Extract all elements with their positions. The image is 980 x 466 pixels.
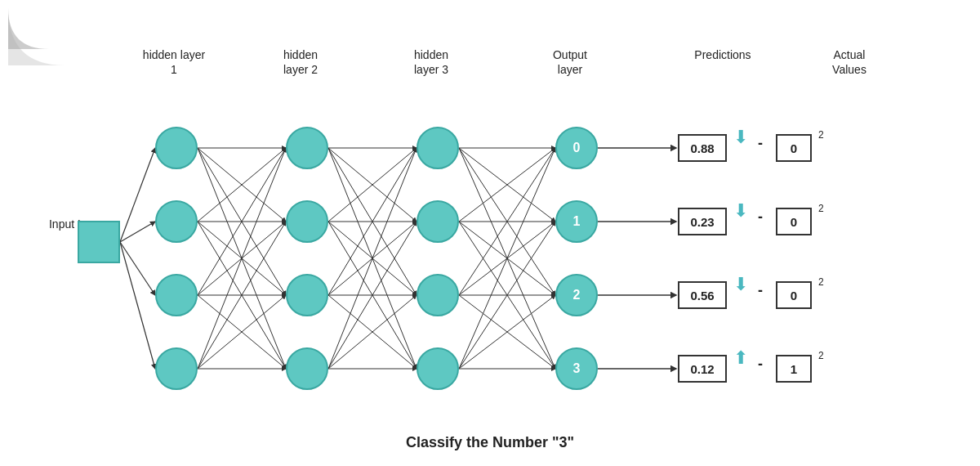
h3-node-3 xyxy=(416,347,459,390)
out-node-3: 3 xyxy=(555,347,598,390)
pred-box-1: 0.23 xyxy=(678,208,727,235)
h2-node-0 xyxy=(286,127,328,169)
h1-node-2 xyxy=(155,274,198,316)
h1-node-1 xyxy=(155,200,198,243)
predictions-label: Predictions xyxy=(682,47,764,62)
arrow-down-0: ⬇ xyxy=(733,127,748,148)
svg-line-1 xyxy=(120,222,155,242)
dash-0: - xyxy=(758,135,763,152)
sup2-2: 2 xyxy=(818,276,824,288)
actual-box-2: 0 xyxy=(776,281,812,309)
svg-line-3 xyxy=(120,242,155,369)
actual-box-1: 0 xyxy=(776,208,812,235)
arrow-down-2: ⬇ xyxy=(733,274,748,295)
output-label: Outputlayer xyxy=(541,47,599,77)
h1-node-3 xyxy=(155,347,198,390)
hidden2-label: hiddenlayer 2 xyxy=(268,47,333,77)
actual-box-3: 1 xyxy=(776,355,812,383)
svg-line-0 xyxy=(120,148,155,242)
arrow-up-3: ⬆ xyxy=(733,347,748,369)
h2-node-3 xyxy=(286,347,328,390)
hidden3-label: hiddenlayer 3 xyxy=(399,47,464,77)
svg-line-2 xyxy=(120,242,155,295)
input-node xyxy=(78,221,120,263)
arrow-down-1: ⬇ xyxy=(733,200,748,222)
bottom-title: Classify the Number "3" xyxy=(0,434,980,451)
sup2-0: 2 xyxy=(818,129,824,141)
out-node-0: 0 xyxy=(555,127,598,169)
out-node-2: 2 xyxy=(555,274,598,316)
h2-node-1 xyxy=(286,200,328,243)
hidden1-label: hidden layer1 xyxy=(137,47,211,77)
dash-1: - xyxy=(758,208,763,226)
sup2-1: 2 xyxy=(818,203,824,214)
actual-box-0: 0 xyxy=(776,134,812,162)
h3-node-0 xyxy=(416,127,459,169)
h1-node-0 xyxy=(155,127,198,169)
main-container: Input Layer hidden layer1 hiddenlayer 2 … xyxy=(0,0,980,466)
h2-node-2 xyxy=(286,274,328,316)
pred-box-2: 0.56 xyxy=(678,281,727,309)
sup2-3: 2 xyxy=(818,350,824,361)
pred-box-3: 0.12 xyxy=(678,355,727,383)
h3-node-2 xyxy=(416,274,459,316)
dash-2: - xyxy=(758,282,763,299)
h3-node-1 xyxy=(416,200,459,243)
out-node-1: 1 xyxy=(555,200,598,243)
pred-box-0: 0.88 xyxy=(678,134,727,162)
dash-3: - xyxy=(758,356,763,373)
actual-values-label: ActualValues xyxy=(817,47,882,77)
